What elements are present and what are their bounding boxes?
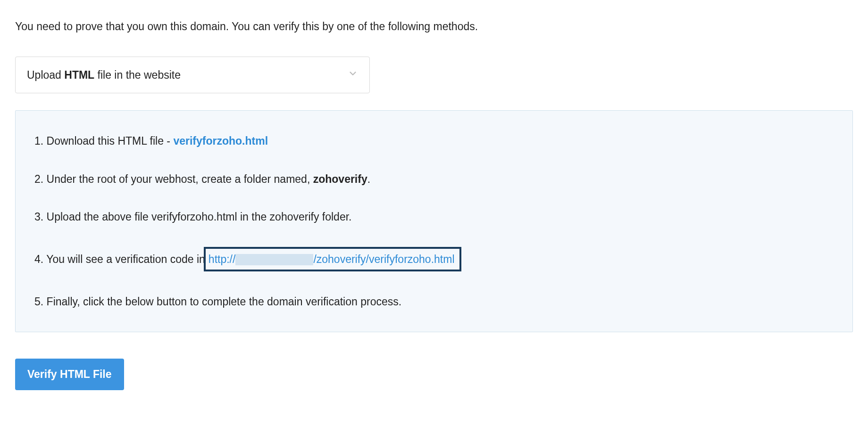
step-2: 2. Under the root of your webhost, creat… <box>34 172 834 187</box>
url-protocol[interactable]: http:// <box>209 253 236 265</box>
step-text: Under the root of your webhost, create a… <box>43 173 313 185</box>
redacted-domain <box>235 254 313 265</box>
step-3: 3. Upload the above file verifyforzoho.h… <box>34 209 834 224</box>
step-number: 5. <box>34 295 43 308</box>
folder-name: zohoverify <box>313 173 367 185</box>
step-5: 5. Finally, click the below button to co… <box>34 294 834 309</box>
dropdown-suffix: file in the website <box>94 69 181 81</box>
verification-method-dropdown[interactable]: Upload HTML file in the website <box>15 57 370 93</box>
instructions-panel: 1. Download this HTML file - verifyforzo… <box>15 110 853 332</box>
verify-html-file-button[interactable]: Verify HTML File <box>15 359 124 390</box>
verification-url-box: http:///zohoverify/verifyforzoho.html <box>204 247 461 271</box>
step-text: Download this HTML file - <box>43 135 173 147</box>
step-4: 4. You will see a verification code in h… <box>34 247 834 271</box>
dropdown-prefix: Upload <box>27 69 64 81</box>
dropdown-bold: HTML <box>64 69 94 81</box>
step-text: Upload the above file verifyforzoho.html… <box>43 211 351 223</box>
chevron-down-icon <box>348 67 358 82</box>
step-number: 2. <box>34 173 43 185</box>
step-number: 1. <box>34 135 43 147</box>
step-1: 1. Download this HTML file - verifyforzo… <box>34 133 834 148</box>
step-text: You will see a verification code in <box>43 253 205 265</box>
dropdown-label: Upload HTML file in the website <box>27 67 181 82</box>
step-suffix: . <box>367 173 370 185</box>
step-number: 3. <box>34 211 43 223</box>
url-path[interactable]: /zohoverify/verifyforzoho.html <box>313 253 454 265</box>
intro-text: You need to prove that you own this doma… <box>15 19 853 34</box>
download-file-link[interactable]: verifyforzoho.html <box>173 135 268 147</box>
step-text: Finally, click the below button to compl… <box>43 295 401 308</box>
step-number: 4. <box>34 253 43 265</box>
